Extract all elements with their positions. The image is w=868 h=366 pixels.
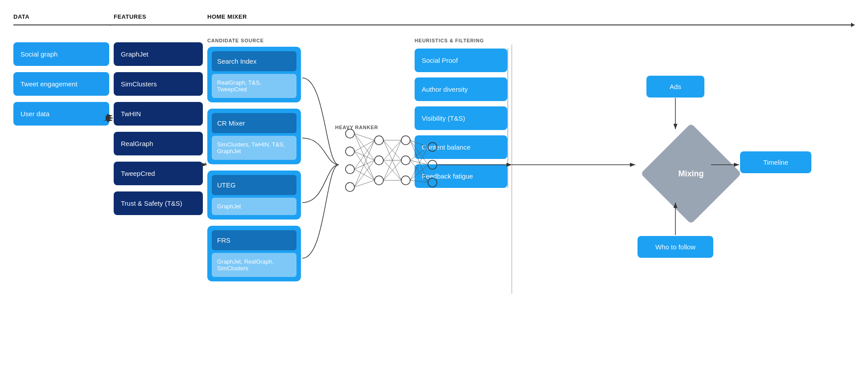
- svg-line-22: [354, 140, 374, 169]
- who-to-follow-section: Who to follow: [638, 236, 713, 258]
- uteg-top[interactable]: UTEG: [212, 175, 296, 195]
- candidate-group-uteg: UTEG GraphJet: [207, 171, 301, 220]
- data-item-tweet-engagement[interactable]: Tweet engagement: [13, 72, 109, 96]
- candidate-source-label: CANDIDATE SOURCE: [207, 38, 301, 43]
- svg-point-6: [346, 183, 354, 191]
- svg-line-29: [383, 140, 401, 160]
- svg-line-21: [354, 151, 374, 180]
- svg-point-8: [374, 156, 383, 165]
- home-mixer-label: HOME MIXER: [207, 13, 247, 20]
- svg-line-31: [383, 140, 401, 160]
- mixing-label: Mixing: [679, 169, 704, 179]
- data-label: DATA: [13, 13, 29, 20]
- frs-bottom: GraphJet, RealGraph, SimClusters: [212, 253, 296, 277]
- features-column: GraphJet SimClusters TwHIN RealGraph Twe…: [114, 42, 203, 221]
- svg-line-20: [354, 151, 374, 160]
- timeline-button[interactable]: Timeline: [740, 151, 811, 173]
- svg-line-23: [354, 160, 374, 169]
- feature-simclusters[interactable]: SimClusters: [114, 72, 203, 96]
- arrow-data-to-features: →: [102, 115, 111, 125]
- feature-graphjet[interactable]: GraphJet: [114, 42, 203, 66]
- heuristic-feedback-fatigue[interactable]: Feedback fatigue: [415, 164, 507, 188]
- heuristic-content-balance[interactable]: Content balance: [415, 135, 507, 159]
- heuristic-author-diversity[interactable]: Author diversity: [415, 77, 507, 101]
- feature-twhin[interactable]: TwHIN: [114, 102, 203, 126]
- heavy-ranker-label: HEAVY RANKER: [330, 125, 383, 130]
- features-label: FEATURES: [114, 13, 146, 20]
- search-index-top[interactable]: Search Index: [212, 51, 296, 71]
- heuristic-visibility[interactable]: Visibility (T&S): [415, 106, 507, 130]
- feature-realgraph[interactable]: RealGraph: [114, 132, 203, 155]
- svg-line-33: [383, 160, 401, 180]
- svg-point-5: [346, 165, 354, 174]
- svg-point-12: [401, 176, 410, 185]
- svg-point-10: [401, 136, 410, 145]
- mixing-diamond[interactable]: Mixing: [641, 123, 741, 224]
- svg-line-35: [383, 160, 401, 180]
- svg-point-4: [346, 147, 354, 156]
- svg-point-9: [374, 176, 383, 185]
- heuristics-label: HEURISTICS & FILTERING: [415, 38, 508, 43]
- candidate-source-section: CANDIDATE SOURCE Search Index RealGraph,…: [207, 38, 301, 288]
- svg-line-34: [383, 140, 401, 180]
- who-to-follow-button[interactable]: Who to follow: [638, 236, 713, 258]
- candidate-group-frs: FRS GraphJet, RealGraph, SimClusters: [207, 226, 301, 281]
- arrow-features-to-mixer: →: [199, 158, 208, 168]
- svg-line-18: [354, 134, 374, 180]
- diagram-container: DATA FEATURES HOME MIXER Social graph Tw…: [0, 0, 868, 366]
- data-item-social-graph[interactable]: Social graph: [13, 42, 109, 66]
- data-column: Social graph Tweet engagement User data: [13, 42, 109, 132]
- uteg-bottom: GraphJet: [212, 198, 296, 215]
- svg-line-26: [354, 160, 374, 187]
- svg-line-24: [354, 169, 374, 180]
- feature-trust-safety[interactable]: Trust & Safety (T&S): [114, 191, 203, 215]
- mixing-section: Mixing: [638, 129, 745, 218]
- feature-tweepcred[interactable]: TweepCred: [114, 162, 203, 185]
- search-index-bottom: RealGraph, T&S, TweepCred: [212, 74, 296, 98]
- candidate-group-cr-mixer: CR Mixer SimClusters, TwHIN, T&S, GraphJ…: [207, 109, 301, 164]
- ads-button[interactable]: Ads: [646, 76, 704, 98]
- heuristics-section: HEURISTICS & FILTERING Social Proof Auth…: [415, 38, 508, 193]
- svg-line-25: [354, 140, 374, 187]
- ads-section: Ads: [646, 76, 704, 98]
- svg-line-27: [354, 180, 374, 187]
- svg-line-16: [354, 134, 374, 140]
- heuristic-social-proof[interactable]: Social Proof: [415, 49, 507, 72]
- top-arrow-bar: [13, 24, 855, 25]
- svg-point-7: [374, 136, 383, 145]
- cr-mixer-top[interactable]: CR Mixer: [212, 113, 296, 133]
- svg-line-30: [383, 140, 401, 180]
- top-arrow-line: [13, 24, 855, 25]
- svg-point-3: [346, 129, 354, 138]
- svg-line-17: [354, 134, 374, 160]
- svg-line-19: [354, 140, 374, 151]
- cr-mixer-bottom: SimClusters, TwHIN, T&S, GraphJet: [212, 136, 296, 160]
- timeline-section: Timeline: [740, 151, 811, 173]
- svg-point-11: [401, 156, 410, 165]
- frs-top[interactable]: FRS: [212, 230, 296, 250]
- candidate-group-search-index: Search Index RealGraph, T&S, TweepCred: [207, 47, 301, 102]
- data-item-user-data[interactable]: User data: [13, 102, 109, 126]
